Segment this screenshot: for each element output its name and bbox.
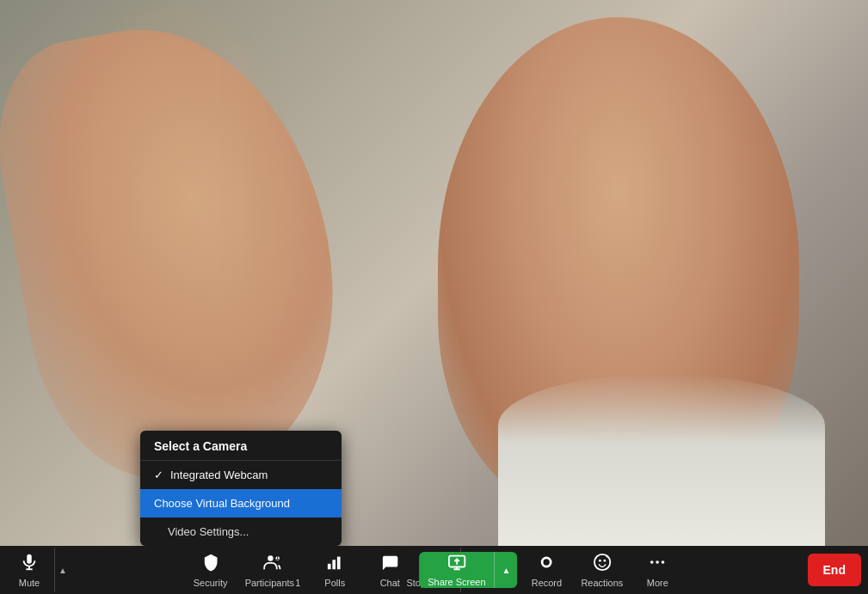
end-button[interactable]: End <box>808 554 861 586</box>
camera-option-video-settings[interactable]: Video Settings... <box>140 517 342 546</box>
svg-point-20 <box>599 559 601 561</box>
ellipsis-icon <box>648 553 667 575</box>
participants-icon: 1 <box>263 553 282 575</box>
more-label: More <box>647 578 668 588</box>
chat-button[interactable]: Chat <box>364 548 416 592</box>
microphone-icon <box>20 553 39 575</box>
polls-label: Polls <box>324 578 345 588</box>
svg-point-0 <box>52 0 292 481</box>
svg-rect-12 <box>337 556 341 569</box>
svg-rect-2 <box>27 554 32 563</box>
share-screen-main[interactable]: Share Screen <box>419 552 494 588</box>
svg-rect-1 <box>206 43 249 318</box>
security-label: Security <box>194 578 228 588</box>
svg-point-18 <box>544 559 550 565</box>
more-button[interactable]: More <box>631 548 683 592</box>
emoji-icon: + <box>593 553 612 575</box>
svg-point-25 <box>662 560 665 564</box>
chevron-up-icon-3: ▲ <box>502 566 511 575</box>
shield-icon <box>201 553 220 575</box>
security-button[interactable]: Security <box>185 548 237 592</box>
share-screen-label: Share Screen <box>428 577 485 587</box>
video-background <box>0 0 868 546</box>
svg-text:1: 1 <box>276 554 280 560</box>
chat-label: Chat <box>380 578 400 588</box>
mute-main[interactable]: Mute <box>7 549 52 591</box>
svg-rect-11 <box>333 560 336 569</box>
svg-rect-10 <box>328 563 331 568</box>
polls-button[interactable]: Polls <box>309 548 360 592</box>
mute-button-group[interactable]: Mute ▲ <box>7 548 71 592</box>
reactions-label: Reactions <box>581 578 623 588</box>
camera-option-webcam[interactable]: Integrated Webcam <box>140 461 342 489</box>
svg-point-23 <box>650 560 654 564</box>
camera-dropdown: Select a Camera Integrated Webcam Choose… <box>140 431 342 546</box>
meeting-toolbar: Mute ▲ Stop Video ▲ <box>0 546 868 594</box>
share-screen-arrow[interactable]: ▲ <box>495 552 518 588</box>
record-button[interactable]: Record <box>520 548 572 592</box>
toolbar-right: End <box>808 554 861 586</box>
chevron-up-icon: ▲ <box>58 566 67 575</box>
svg-text:+: + <box>606 553 609 560</box>
toolbar-center-group: Security 1 Participants1 <box>185 548 684 592</box>
record-label: Record <box>532 578 562 588</box>
reactions-button[interactable]: + Reactions <box>576 548 628 592</box>
polls-icon <box>325 553 344 575</box>
camera-option-virtual-bg[interactable]: Choose Virtual Background <box>140 489 342 517</box>
record-icon <box>537 553 556 575</box>
svg-point-7 <box>268 555 273 560</box>
participants-label: Participants1 <box>245 578 301 588</box>
mute-label: Mute <box>19 578 40 588</box>
bg-texture <box>0 0 868 546</box>
svg-point-24 <box>656 560 660 564</box>
share-screen-button-group[interactable]: Share Screen ▲ <box>419 552 517 588</box>
participants-button[interactable]: 1 Participants1 <box>240 548 306 592</box>
dropdown-header: Select a Camera <box>140 431 342 461</box>
share-screen-icon <box>447 553 466 575</box>
chat-icon <box>380 553 399 575</box>
mute-arrow[interactable]: ▲ <box>54 548 71 592</box>
